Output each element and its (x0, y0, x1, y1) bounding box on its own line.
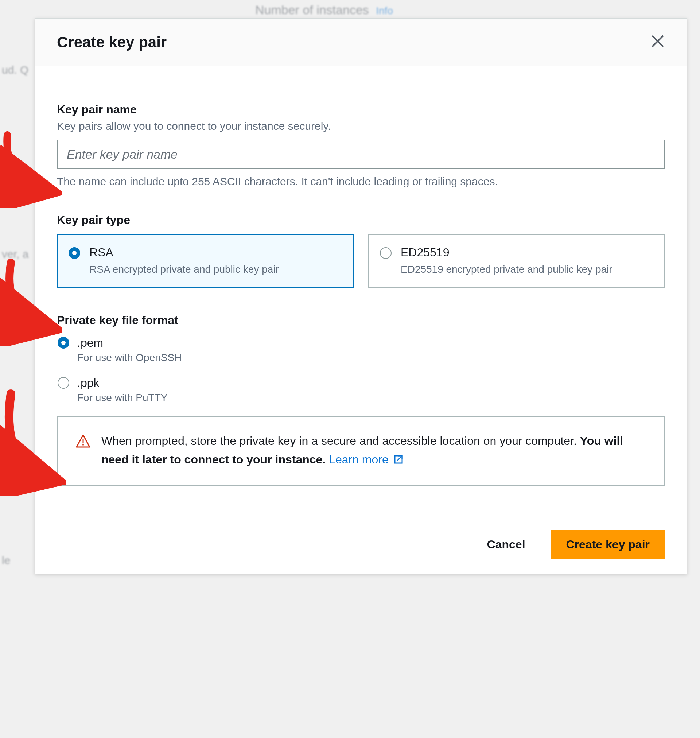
bg-frag-2: ver, a (2, 248, 28, 260)
warning-icon (76, 434, 90, 448)
keypair-name-label: Key pair name (57, 103, 665, 116)
learn-more-link[interactable]: Learn more (329, 453, 404, 466)
tile-desc: RSA encrypted private and public key pai… (89, 262, 279, 276)
bg-header-text: Number of instances (255, 3, 369, 17)
close-icon (650, 32, 665, 53)
row-desc: For use with PuTTY (77, 392, 167, 404)
keypair-name-input[interactable] (57, 140, 665, 169)
cancel-button[interactable]: Cancel (472, 530, 540, 559)
row-title: .ppk (77, 376, 167, 390)
keypair-type-ed25519[interactable]: ED25519 ED25519 encrypted private and pu… (368, 234, 665, 288)
file-format-section: Private key file format .pem For use wit… (57, 313, 665, 485)
tile-title: ED25519 (401, 246, 613, 259)
alert-text: When prompted, store the private key in … (101, 432, 646, 470)
modal-footer: Cancel Create key pair (35, 515, 687, 574)
file-format-ppk[interactable]: .ppk For use with PuTTY (57, 376, 665, 404)
file-format-pem[interactable]: .pem For use with OpenSSH (57, 336, 665, 363)
radio-icon (57, 377, 69, 389)
external-link-icon (393, 451, 404, 470)
alert-text-1: When prompted, store the private key in … (101, 434, 580, 447)
svg-point-4 (82, 444, 84, 445)
file-format-label: Private key file format (57, 313, 665, 327)
row-title: .pem (77, 336, 182, 350)
close-button[interactable] (650, 33, 665, 51)
create-keypair-button[interactable]: Create key pair (551, 530, 665, 559)
keypair-name-section: Key pair name Key pairs allow you to con… (57, 103, 665, 188)
radio-icon (69, 247, 80, 259)
tile-desc: ED25519 encrypted private and public key… (401, 262, 613, 276)
bg-frag-1: ud. Q (2, 64, 28, 76)
row-desc: For use with OpenSSH (77, 352, 182, 363)
radio-icon (57, 337, 69, 348)
radio-icon (380, 247, 391, 259)
alert-box: When prompted, store the private key in … (57, 416, 665, 485)
bg-info-link: Info (376, 5, 393, 16)
keypair-type-label: Key pair type (57, 213, 665, 227)
modal-body: Key pair name Key pairs allow you to con… (35, 66, 687, 515)
svg-line-6 (397, 457, 401, 461)
keypair-type-section: Key pair type RSA RSA encrypted private … (57, 213, 665, 288)
keypair-name-sublabel: Key pairs allow you to connect to your i… (57, 120, 665, 132)
create-keypair-modal: Create key pair Key pair name Key pairs … (35, 18, 687, 574)
tile-title: RSA (89, 246, 279, 259)
keypair-type-rsa[interactable]: RSA RSA encrypted private and public key… (57, 234, 354, 288)
modal-title: Create key pair (57, 34, 167, 51)
modal-header: Create key pair (35, 19, 687, 66)
keypair-name-hint: The name can include upto 255 ASCII char… (57, 175, 665, 188)
keypair-type-tiles: RSA RSA encrypted private and public key… (57, 234, 665, 288)
bg-frag-3: le (2, 554, 10, 567)
